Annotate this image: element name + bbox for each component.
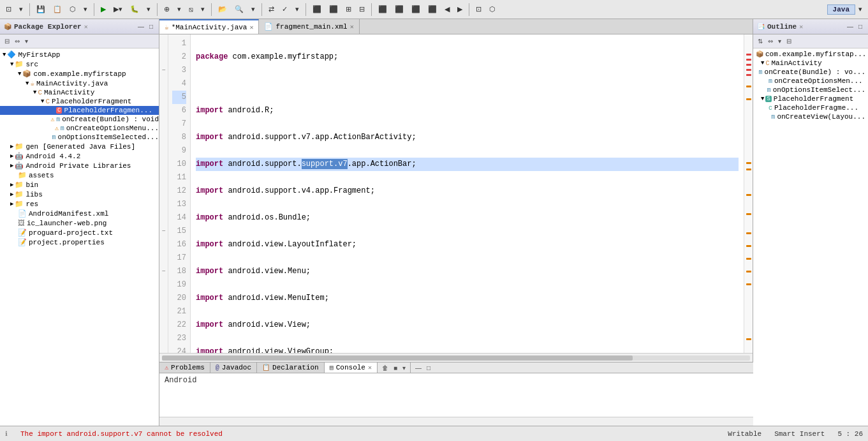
tab-mainactivity-close[interactable]: ✕ xyxy=(249,24,253,31)
outline-item-placeholder[interactable]: ▼ S PlaceholderFragment xyxy=(753,94,868,103)
maximize-bottom-btn[interactable]: □ xyxy=(425,364,432,372)
outline-sync-btn[interactable]: ⇔ xyxy=(766,37,775,45)
tab-problems[interactable]: ⚠ Problems xyxy=(159,363,210,373)
toolbar-btn-22[interactable]: ⬛ xyxy=(408,3,423,15)
outline-item-oncreateview[interactable]: m onCreateView(Layou... xyxy=(753,112,868,121)
toolbar-btn-perspectives-more[interactable]: ▾ xyxy=(855,3,865,15)
tree-item-proguard[interactable]: 📝 proguard-project.txt xyxy=(0,228,159,237)
tree-item-src[interactable]: ▼ 📁 src xyxy=(0,59,159,69)
toolbar-btn-15[interactable]: ▾ xyxy=(292,3,302,15)
tree-item-onoptionsitemselected[interactable]: m onOptionsItemSelected... xyxy=(0,133,159,142)
tab-fragment-close[interactable]: ✕ xyxy=(350,23,354,31)
outline-collapse-btn[interactable]: ⊟ xyxy=(784,37,793,45)
tree-item-bin[interactable]: ▶ 📁 bin xyxy=(0,180,159,190)
tree-item-libs[interactable]: ▶ 📁 libs xyxy=(0,190,159,199)
outline-item-package[interactable]: 📦 com.example.myfirstap... xyxy=(753,50,868,59)
toolbar-btn-18[interactable]: ⊞ xyxy=(342,3,355,15)
chevron-mainactivity-class[interactable]: ▼ xyxy=(33,89,36,96)
toolbar-btn-8[interactable]: ⧅ xyxy=(186,3,196,15)
toolbar-btn-1[interactable]: ⊡ xyxy=(3,3,15,15)
toolbar-btn-perspective2[interactable]: ⬡ xyxy=(486,3,499,15)
tree-item-oncreateoptionsmenu[interactable]: ⚠ m onCreateOptionsMenu... xyxy=(0,124,159,133)
toolbar-btn-14[interactable]: ✓ xyxy=(279,3,291,15)
toolbar-btn-11[interactable]: 🔍 xyxy=(232,3,247,15)
tree-item-myfirstapp[interactable]: ▼ 🔷 MyFirstApp xyxy=(0,50,159,59)
toolbar-btn-2[interactable]: ▾ xyxy=(16,3,26,15)
tree-item-placeholder-fragment[interactable]: ▼ C PlaceholderFragment xyxy=(0,97,159,106)
package-explorer-close[interactable]: ✕ xyxy=(84,23,88,31)
toolbar-btn-9[interactable]: ▾ xyxy=(198,3,208,15)
toolbar-btn-run2[interactable]: ▶▾ xyxy=(110,3,126,15)
tree-item-placeholder-inner[interactable]: C PlaceholderFragmen... xyxy=(0,106,159,115)
toolbar-btn-6[interactable]: ⊕ xyxy=(161,3,173,15)
toolbar-btn-19[interactable]: ⊟ xyxy=(356,3,368,15)
chevron-res[interactable]: ▶ xyxy=(10,200,13,207)
java-perspective-badge[interactable]: Java xyxy=(827,4,855,15)
outline-chevron-mainactivity[interactable]: ▼ xyxy=(761,60,764,66)
tree-item-iclauncher[interactable]: 🖼 ic_launcher-web.png xyxy=(0,218,159,228)
outline-filter-btn[interactable]: ▾ xyxy=(776,37,783,45)
clear-console-btn[interactable]: 🗑 xyxy=(380,364,390,372)
chevron-libs[interactable]: ▶ xyxy=(10,191,13,198)
tab-fragment-main[interactable]: 📄 fragment_main.xml ✕ xyxy=(259,19,359,34)
toolbar-btn-5[interactable]: ▾ xyxy=(80,3,91,15)
editor-hscrollbar[interactable] xyxy=(159,353,753,362)
toolbar-btn-perspective[interactable]: ⊡ xyxy=(473,3,485,15)
gutter-fold-15[interactable]: − xyxy=(159,225,168,238)
maximize-btn[interactable]: □ xyxy=(147,22,155,31)
tab-declaration[interactable]: 📋 Declaration xyxy=(257,363,325,373)
outline-close[interactable]: ✕ xyxy=(799,23,803,31)
outline-item-oncreate[interactable]: m onCreate(Bundle) : vo... xyxy=(753,68,868,77)
toolbar-btn-7[interactable]: ▾ xyxy=(174,3,184,15)
outline-sort-btn[interactable]: ⇅ xyxy=(756,37,765,45)
toolbar-btn-13[interactable]: ⇄ xyxy=(265,3,277,15)
tree-item-mainactivity-java[interactable]: ▼ ☕ MainActivity.java xyxy=(0,78,159,88)
toolbar-btn-save[interactable]: 💾 xyxy=(33,3,48,15)
tree-item-android442[interactable]: ▶ 🤖 Android 4.4.2 xyxy=(0,151,159,161)
tab-console[interactable]: ▤ Console ✕ xyxy=(325,363,378,373)
chevron-myfirstapp[interactable]: ▼ xyxy=(3,52,6,58)
tree-item-mainactivity-class[interactable]: ▼ C MainActivity xyxy=(0,88,159,97)
toolbar-btn-debug[interactable]: 🐛 xyxy=(127,3,142,15)
tree-item-gen[interactable]: ▶ 📁 gen [Generated Java Files] xyxy=(0,142,159,151)
outline-item-oncreatemenu[interactable]: m onCreateOptionsMen... xyxy=(753,77,868,86)
gutter-fold-3[interactable]: − xyxy=(159,64,168,77)
console-more-btn[interactable]: ▾ xyxy=(401,364,408,372)
toolbar-btn-3[interactable]: 📋 xyxy=(50,3,65,15)
toolbar-btn-12[interactable]: ▾ xyxy=(248,3,258,15)
outline-item-onoptionsmenu[interactable]: m onOptionsItemSelect... xyxy=(753,86,868,94)
toolbar-btn-23[interactable]: ⬛ xyxy=(425,3,440,15)
tab-javadoc[interactable]: @ Javadoc xyxy=(210,363,257,373)
outline-chevron-placeholder[interactable]: ▼ xyxy=(761,96,764,102)
chevron-android-private[interactable]: ▶ xyxy=(10,162,13,169)
collapse-all-btn[interactable]: ⊟ xyxy=(3,37,11,45)
tree-item-android-private[interactable]: ▶ 🤖 Android Private Libraries xyxy=(0,161,159,170)
stop-console-btn[interactable]: ■ xyxy=(392,364,399,372)
toolbar-btn-4[interactable]: ⬡ xyxy=(66,3,79,15)
outline-item-mainactivity[interactable]: ▼ C MainActivity xyxy=(753,59,868,68)
toolbar-btn-17[interactable]: ⬛ xyxy=(326,3,341,15)
outline-maximize[interactable]: □ xyxy=(857,22,864,31)
chevron-bin[interactable]: ▶ xyxy=(10,181,13,188)
tree-item-oncreate[interactable]: ⚠ m onCreate(Bundle) : void xyxy=(0,115,159,124)
chevron-mainactivity-java[interactable]: ▼ xyxy=(26,80,29,87)
chevron-android442[interactable]: ▶ xyxy=(10,153,13,160)
toolbar-btn-20[interactable]: ⬛ xyxy=(375,3,390,15)
minimize-bottom-btn[interactable]: — xyxy=(413,364,423,372)
toolbar-btn-10[interactable]: 📂 xyxy=(215,3,230,15)
minimize-btn[interactable]: — xyxy=(136,22,146,31)
code-area[interactable]: package com.example.myfirstapp; import a… xyxy=(191,34,744,353)
tab-mainactivity[interactable]: ☕ *MainActivity.java ✕ xyxy=(159,19,259,34)
tree-item-assets[interactable]: 📁 assets xyxy=(0,170,159,180)
tree-item-projectprops[interactable]: 📝 project.properties xyxy=(0,237,159,247)
toolbar-btn-24[interactable]: ◀ xyxy=(441,3,453,15)
toolbar-btn-debug2[interactable]: ▾ xyxy=(143,3,154,15)
toolbar-btn-16[interactable]: ⬛ xyxy=(309,3,325,15)
hscroll-track[interactable] xyxy=(162,355,750,361)
gutter-fold-18[interactable]: − xyxy=(159,265,168,278)
chevron-gen[interactable]: ▶ xyxy=(10,143,13,150)
chevron-package[interactable]: ▼ xyxy=(18,71,21,77)
view-menu-btn[interactable]: ▾ xyxy=(23,37,30,45)
console-tab-close[interactable]: ✕ xyxy=(368,364,372,371)
tree-item-res[interactable]: ▶ 📁 res xyxy=(0,199,159,209)
